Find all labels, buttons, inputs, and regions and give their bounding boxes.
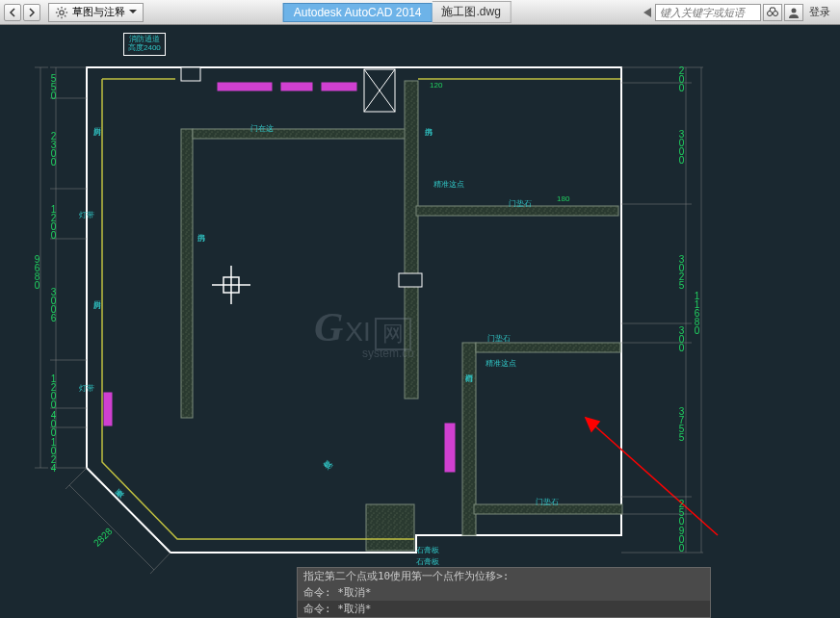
svg-point-0 — [60, 10, 64, 13]
dim-left-3: 3006 — [48, 287, 59, 322]
dim-left-1: 2300 — [48, 131, 59, 166]
user-icon — [788, 7, 800, 18]
svg-rect-31 — [281, 83, 312, 90]
label-point-1: 精准这点 — [433, 179, 464, 190]
command-panel[interactable]: 指定第二个点或10使用第一个点作为位移>: 命令: *取消* 命令: *取消* — [297, 567, 711, 618]
dim-left-6: 1024 — [48, 437, 59, 472]
dim-right-total: 11680 — [692, 291, 702, 334]
svg-rect-34 — [104, 393, 112, 425]
svg-line-64 — [69, 485, 154, 570]
svg-rect-33 — [445, 424, 455, 472]
svg-line-8 — [65, 8, 66, 9]
search-input[interactable] — [655, 4, 761, 21]
svg-line-38 — [586, 418, 718, 535]
dim-left-4: 1200 — [48, 373, 59, 408]
svg-line-5 — [58, 8, 59, 9]
binoculars-icon — [767, 7, 778, 18]
nav-fwd-button[interactable] — [23, 4, 40, 21]
user-button[interactable] — [784, 4, 803, 21]
svg-rect-18 — [193, 129, 414, 139]
gear-icon — [55, 6, 68, 19]
title-block: Autodesk AutoCAD 2014 施工图.dwg — [283, 0, 512, 24]
nav-back-button[interactable] — [4, 4, 21, 21]
dim-top-inner: 120 — [430, 81, 442, 90]
dim-left-total: 9680 — [32, 254, 42, 289]
svg-rect-22 — [476, 343, 620, 352]
svg-rect-17 — [181, 129, 193, 418]
svg-line-62 — [66, 468, 87, 489]
dim-mid-inner: 180 — [557, 194, 569, 203]
svg-marker-39 — [586, 418, 599, 431]
label-door-pad-3: 门垫石 — [509, 198, 532, 209]
label-door-pad-1: 门垫石 — [487, 333, 511, 344]
search-block: 登录 — [643, 4, 834, 21]
svg-point-10 — [774, 11, 778, 15]
floor-plan — [0, 25, 840, 618]
workspace-dropdown[interactable]: 草图与注释 — [48, 3, 144, 22]
svg-rect-27 — [364, 69, 395, 112]
svg-rect-21 — [462, 343, 476, 535]
dim-left-0: 550 — [48, 73, 59, 99]
app-name: Autodesk AutoCAD 2014 — [283, 3, 433, 22]
label-light-2: 灯带 — [79, 383, 94, 394]
dim-right-6: 900 — [676, 526, 687, 552]
login-label[interactable]: 登录 — [805, 5, 834, 19]
file-name: 施工图.dwg — [432, 1, 511, 23]
svg-line-6 — [65, 15, 66, 16]
svg-rect-30 — [218, 83, 272, 90]
watermark: G XI 网 system.co — [314, 304, 411, 350]
svg-rect-24 — [366, 504, 414, 551]
dim-right-2: 3025 — [676, 254, 687, 289]
chevron-down-icon — [129, 10, 137, 15]
dim-right-5: 250 — [676, 499, 687, 525]
cmd-history-2: 命令: *取消* — [298, 584, 710, 601]
svg-rect-26 — [399, 273, 422, 287]
svg-point-9 — [768, 11, 773, 15]
dim-right-3: 300 — [676, 325, 687, 351]
svg-rect-19 — [405, 81, 418, 399]
label-point-2: 精准这点 — [486, 358, 516, 369]
svg-point-11 — [792, 8, 797, 13]
dim-left-2: 1200 — [48, 204, 59, 239]
dim-right-4: 3755 — [676, 406, 687, 441]
label-light-1: 灯带 — [79, 210, 94, 220]
vlabel-7: 不算板 — [108, 483, 116, 491]
svg-rect-25 — [181, 67, 200, 81]
cmd-input[interactable]: 命令: *取消* — [298, 601, 710, 617]
search-expand-icon[interactable] — [643, 8, 651, 17]
dim-left-5: 400 — [48, 410, 59, 436]
label-slot-2: 石膏板 — [416, 556, 439, 567]
nav-arrows — [0, 4, 44, 21]
dim-right-0: 200 — [676, 65, 687, 91]
svg-rect-32 — [322, 83, 356, 90]
cmd-history-1: 指定第二个点或10使用第一个点作为位移>: — [298, 568, 710, 584]
svg-line-29 — [364, 69, 395, 112]
svg-line-28 — [364, 69, 395, 112]
label-door-pad-2: 门垫石 — [536, 497, 559, 507]
titlebar: 草图与注释 Autodesk AutoCAD 2014 施工图.dwg 登录 — [0, 0, 840, 25]
svg-rect-37 — [223, 277, 239, 293]
drawing-canvas[interactable]: 550 2300 1200 3006 1200 400 1024 9680 20… — [0, 25, 840, 618]
label-door-center: 门在这 — [250, 123, 274, 134]
workspace-label: 草图与注释 — [72, 5, 125, 19]
vlabel-6: 仁意板 — [316, 454, 324, 462]
label-slot-1: 石膏板 — [416, 545, 439, 555]
search-button[interactable] — [763, 4, 782, 21]
svg-line-63 — [150, 553, 171, 574]
callout-fire-exit: 消防通道 高度2400 — [123, 33, 166, 56]
dim-diag: 2828 — [92, 526, 115, 549]
dim-right-1: 3000 — [676, 129, 687, 164]
svg-line-7 — [58, 15, 59, 16]
